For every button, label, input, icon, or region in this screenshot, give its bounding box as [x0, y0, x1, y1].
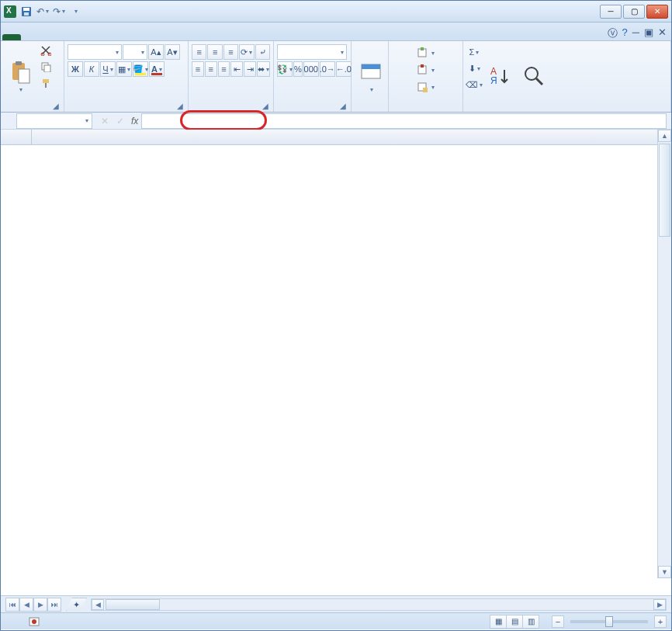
svg-line-23 [536, 78, 542, 85]
styles-button[interactable]: ▾ [355, 43, 387, 110]
sheet-nav-last[interactable]: ⏭ [47, 598, 61, 612]
spreadsheet-grid[interactable] [1, 130, 671, 595]
formula-bar: ▾ ✕ ✓ fx [1, 113, 671, 130]
format-cells-button[interactable]: ▾ [392, 78, 459, 95]
paste-button[interactable]: ▾ [4, 43, 36, 110]
svg-rect-11 [45, 83, 47, 88]
alignment-dialog-launcher[interactable]: ◢ [261, 102, 270, 111]
number-dialog-launcher[interactable]: ◢ [338, 102, 348, 111]
zoom-out-button[interactable]: − [552, 615, 564, 628]
quick-access-toolbar: ↶▾ ↷▾ ▾ [19, 5, 82, 19]
cut-button[interactable] [38, 43, 54, 58]
increase-indent-button[interactable]: ⇥ [244, 61, 256, 77]
sheet-nav-next[interactable]: ▶ [33, 598, 47, 612]
copy-button[interactable] [38, 59, 54, 75]
find-select-button[interactable] [518, 43, 550, 110]
align-left-button[interactable]: ≡ [192, 61, 204, 77]
cancel-formula-button[interactable]: ✕ [97, 113, 113, 129]
svg-rect-5 [19, 69, 29, 83]
help-button[interactable]: ? [622, 26, 628, 40]
decrease-indent-button[interactable]: ⇤ [230, 61, 243, 77]
insert-cells-button[interactable]: ▾ [392, 44, 459, 61]
increase-decimal-button[interactable]: .0→ [320, 61, 335, 77]
autosum-button[interactable]: Σ▾ [466, 44, 482, 60]
align-middle-button[interactable]: ≡ [207, 44, 222, 60]
number-format-combo[interactable]: ▾ [277, 44, 347, 60]
hscroll-thumb[interactable] [106, 599, 160, 610]
align-top-button[interactable]: ≡ [192, 44, 206, 60]
decrease-decimal-button[interactable]: ←.0 [336, 61, 352, 77]
svg-rect-10 [43, 79, 49, 83]
horizontal-scrollbar[interactable]: ◀ ▶ [91, 598, 667, 611]
page-layout-view-button[interactable]: ▤ [506, 615, 523, 629]
sheet-nav-first[interactable]: ⏮ [5, 598, 19, 612]
maximize-button[interactable]: ▢ [623, 5, 645, 19]
minimize-ribbon-button[interactable]: ⓥ [608, 26, 618, 40]
scroll-right-button[interactable]: ▶ [653, 599, 666, 610]
merge-button[interactable]: ⬌▾ [257, 61, 270, 77]
fill-button[interactable]: ⬇▾ [466, 61, 482, 76]
border-button[interactable]: ▦▾ [116, 61, 132, 77]
italic-button[interactable]: К [84, 61, 99, 77]
macro-record-icon[interactable] [29, 616, 40, 627]
clear-button[interactable]: ⌫▾ [466, 77, 482, 92]
zoom-in-button[interactable]: + [654, 615, 667, 628]
svg-rect-2 [24, 12, 29, 16]
font-name-combo[interactable]: ▾ [68, 44, 122, 60]
vscroll-thumb[interactable] [659, 144, 670, 237]
redo-button[interactable]: ↷▾ [52, 5, 66, 19]
new-sheet-button[interactable]: ✦ [66, 598, 87, 612]
align-bottom-button[interactable]: ≡ [223, 44, 238, 60]
orientation-button[interactable]: ⟳▾ [239, 44, 254, 60]
page-break-view-button[interactable]: ▥ [522, 615, 539, 629]
svg-rect-13 [362, 64, 380, 69]
font-color-button[interactable]: A▾ [149, 61, 165, 77]
align-center-button[interactable]: ≡ [205, 61, 217, 77]
mdi-minimize[interactable]: ─ [632, 26, 639, 40]
status-bar: ▦ ▤ ▥ − + [1, 612, 671, 629]
scroll-left-button[interactable]: ◀ [92, 599, 104, 610]
format-painter-button[interactable] [38, 75, 54, 91]
fill-color-button[interactable]: 🪣▾ [133, 61, 148, 77]
svg-rect-17 [421, 64, 424, 68]
minimize-button[interactable]: ─ [600, 5, 622, 19]
vertical-scrollbar[interactable]: ▲ ▼ [657, 130, 671, 578]
ribbon-tabs: ⓥ ? ─ ▣ ✕ [1, 23, 671, 41]
font-size-combo[interactable]: ▾ [123, 44, 147, 60]
qat-customize[interactable]: ▾ [68, 5, 82, 19]
fx-icon[interactable]: fx [131, 116, 138, 127]
clipboard-dialog-launcher[interactable]: ◢ [51, 102, 61, 111]
percent-button[interactable]: % [293, 61, 303, 77]
svg-rect-9 [44, 65, 50, 72]
bold-button[interactable]: Ж [68, 61, 83, 77]
delete-cells-button[interactable]: ▾ [392, 61, 459, 78]
wrap-text-button[interactable]: ⤶ [255, 44, 270, 60]
name-box[interactable]: ▾ [16, 113, 92, 129]
zoom-slider[interactable] [570, 620, 648, 623]
sort-filter-button[interactable]: АЯ [483, 43, 516, 110]
accounting-format-button[interactable]: 💱▾ [277, 61, 293, 77]
save-button[interactable] [19, 5, 33, 19]
svg-text:Я: Я [490, 75, 497, 86]
font-dialog-launcher[interactable]: ◢ [175, 102, 185, 111]
mdi-restore[interactable]: ▣ [644, 26, 653, 40]
select-all-corner[interactable] [1, 130, 32, 144]
svg-point-25 [32, 619, 36, 624]
underline-button[interactable]: Ч▾ [100, 61, 116, 77]
enter-formula-button[interactable]: ✓ [113, 113, 128, 129]
shrink-font-button[interactable]: A▾ [165, 44, 180, 60]
grow-font-button[interactable]: A▴ [148, 44, 164, 60]
mdi-close[interactable]: ✕ [658, 26, 667, 40]
comma-button[interactable]: 000 [303, 61, 319, 77]
sheet-nav-prev[interactable]: ◀ [19, 598, 33, 612]
normal-view-button[interactable]: ▦ [490, 615, 507, 629]
formula-input[interactable] [141, 113, 667, 129]
title-bar: ↶▾ ↷▾ ▾ ─ ▢ ✕ [1, 1, 671, 23]
scroll-up-button[interactable]: ▲ [658, 130, 671, 142]
zoom-thumb[interactable] [605, 616, 613, 627]
file-tab[interactable] [2, 34, 21, 40]
align-right-button[interactable]: ≡ [218, 61, 230, 77]
close-button[interactable]: ✕ [646, 5, 668, 19]
undo-button[interactable]: ↶▾ [36, 5, 50, 19]
scroll-down-button[interactable]: ▼ [658, 566, 671, 578]
